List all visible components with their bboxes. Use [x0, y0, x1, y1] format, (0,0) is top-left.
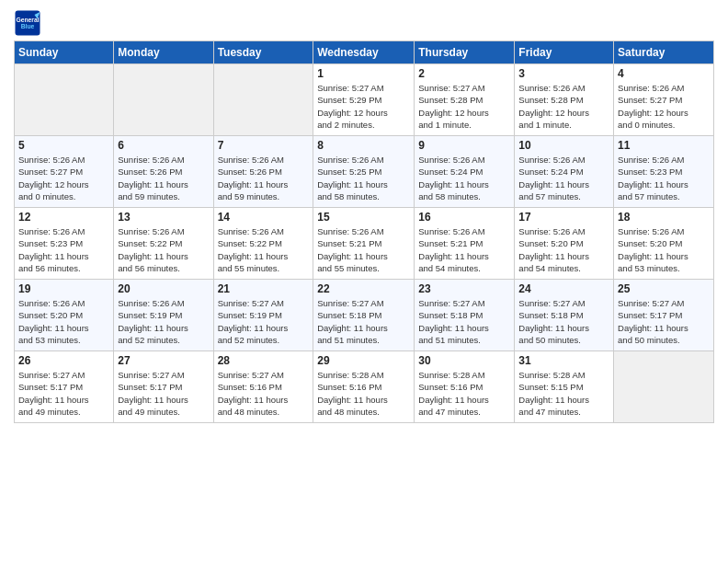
week-row-1: 1Sunrise: 5:27 AM Sunset: 5:29 PM Daylig…	[15, 64, 714, 136]
calendar-cell: 11Sunrise: 5:26 AM Sunset: 5:23 PM Dayli…	[614, 136, 714, 208]
day-info: Sunrise: 5:26 AM Sunset: 5:26 PM Dayligh…	[118, 154, 209, 202]
day-info: Sunrise: 5:27 AM Sunset: 5:18 PM Dayligh…	[418, 297, 510, 346]
day-info: Sunrise: 5:28 AM Sunset: 5:16 PM Dayligh…	[418, 369, 510, 418]
calendar-cell: 2Sunrise: 5:27 AM Sunset: 5:28 PM Daylig…	[415, 64, 515, 136]
day-number: 4	[618, 67, 710, 80]
calendar-cell	[213, 64, 313, 136]
calendar-cell: 8Sunrise: 5:26 AM Sunset: 5:25 PM Daylig…	[313, 136, 415, 208]
weekday-header-saturday: Saturday	[614, 41, 714, 64]
day-number: 30	[418, 354, 510, 367]
weekday-header-monday: Monday	[114, 41, 213, 64]
calendar-cell: 17Sunrise: 5:26 AM Sunset: 5:20 PM Dayli…	[515, 208, 614, 280]
page-container: General Blue SundayMondayTuesdayWednesda…	[0, 0, 728, 428]
day-info: Sunrise: 5:26 AM Sunset: 5:26 PM Dayligh…	[218, 154, 310, 202]
day-number: 31	[518, 354, 609, 367]
day-number: 7	[218, 139, 310, 152]
calendar-cell: 18Sunrise: 5:26 AM Sunset: 5:20 PM Dayli…	[614, 208, 714, 280]
day-number: 19	[18, 282, 109, 295]
weekday-header-wednesday: Wednesday	[313, 41, 415, 64]
day-number: 26	[18, 354, 109, 367]
calendar-cell: 21Sunrise: 5:27 AM Sunset: 5:19 PM Dayli…	[213, 280, 313, 351]
calendar-cell: 27Sunrise: 5:27 AM Sunset: 5:17 PM Dayli…	[114, 351, 213, 423]
day-info: Sunrise: 5:26 AM Sunset: 5:27 PM Dayligh…	[18, 154, 109, 202]
week-row-3: 12Sunrise: 5:26 AM Sunset: 5:23 PM Dayli…	[15, 208, 714, 280]
day-info: Sunrise: 5:27 AM Sunset: 5:17 PM Dayligh…	[18, 369, 109, 418]
calendar-cell: 7Sunrise: 5:26 AM Sunset: 5:26 PM Daylig…	[213, 136, 313, 208]
calendar-cell: 14Sunrise: 5:26 AM Sunset: 5:22 PM Dayli…	[213, 208, 313, 280]
weekday-header-sunday: Sunday	[15, 41, 114, 64]
day-info: Sunrise: 5:27 AM Sunset: 5:28 PM Dayligh…	[418, 82, 510, 131]
day-info: Sunrise: 5:26 AM Sunset: 5:25 PM Dayligh…	[317, 154, 410, 202]
day-number: 23	[418, 282, 510, 295]
day-info: Sunrise: 5:27 AM Sunset: 5:16 PM Dayligh…	[218, 369, 310, 418]
day-number: 2	[418, 67, 510, 80]
day-info: Sunrise: 5:26 AM Sunset: 5:24 PM Dayligh…	[418, 154, 510, 202]
day-info: Sunrise: 5:26 AM Sunset: 5:20 PM Dayligh…	[18, 297, 109, 346]
header: General Blue	[14, 9, 714, 37]
day-number: 29	[317, 354, 410, 367]
calendar-cell: 19Sunrise: 5:26 AM Sunset: 5:20 PM Dayli…	[15, 280, 114, 351]
day-info: Sunrise: 5:28 AM Sunset: 5:15 PM Dayligh…	[518, 369, 609, 418]
calendar-cell: 6Sunrise: 5:26 AM Sunset: 5:26 PM Daylig…	[114, 136, 213, 208]
logo-icon: General Blue	[14, 9, 41, 37]
day-info: Sunrise: 5:27 AM Sunset: 5:19 PM Dayligh…	[218, 297, 310, 346]
week-row-4: 19Sunrise: 5:26 AM Sunset: 5:20 PM Dayli…	[15, 280, 714, 351]
day-info: Sunrise: 5:26 AM Sunset: 5:27 PM Dayligh…	[618, 82, 710, 131]
day-info: Sunrise: 5:26 AM Sunset: 5:23 PM Dayligh…	[618, 154, 710, 202]
calendar-body: 1Sunrise: 5:27 AM Sunset: 5:29 PM Daylig…	[15, 64, 714, 423]
day-number: 5	[18, 139, 109, 152]
day-number: 25	[618, 282, 710, 295]
day-number: 18	[618, 211, 710, 224]
day-info: Sunrise: 5:26 AM Sunset: 5:22 PM Dayligh…	[118, 225, 209, 274]
calendar-cell: 30Sunrise: 5:28 AM Sunset: 5:16 PM Dayli…	[415, 351, 515, 423]
weekday-header-friday: Friday	[515, 41, 614, 64]
day-number: 21	[218, 282, 310, 295]
day-info: Sunrise: 5:26 AM Sunset: 5:19 PM Dayligh…	[118, 297, 209, 346]
day-info: Sunrise: 5:26 AM Sunset: 5:28 PM Dayligh…	[518, 82, 609, 131]
svg-text:Blue: Blue	[21, 23, 35, 29]
day-info: Sunrise: 5:26 AM Sunset: 5:24 PM Dayligh…	[518, 154, 609, 202]
weekday-header-thursday: Thursday	[415, 41, 515, 64]
calendar-cell: 10Sunrise: 5:26 AM Sunset: 5:24 PM Dayli…	[515, 136, 614, 208]
calendar-cell	[114, 64, 213, 136]
day-info: Sunrise: 5:28 AM Sunset: 5:16 PM Dayligh…	[317, 369, 410, 418]
day-number: 13	[118, 211, 209, 224]
day-number: 10	[518, 139, 609, 152]
day-number: 27	[118, 354, 209, 367]
calendar-cell	[15, 64, 114, 136]
day-number: 6	[118, 139, 209, 152]
calendar-cell: 4Sunrise: 5:26 AM Sunset: 5:27 PM Daylig…	[614, 64, 714, 136]
day-info: Sunrise: 5:26 AM Sunset: 5:20 PM Dayligh…	[618, 225, 710, 274]
day-info: Sunrise: 5:26 AM Sunset: 5:20 PM Dayligh…	[518, 225, 609, 274]
day-number: 3	[518, 67, 609, 80]
day-info: Sunrise: 5:26 AM Sunset: 5:21 PM Dayligh…	[418, 225, 510, 274]
calendar-cell: 25Sunrise: 5:27 AM Sunset: 5:17 PM Dayli…	[614, 280, 714, 351]
calendar-cell: 29Sunrise: 5:28 AM Sunset: 5:16 PM Dayli…	[313, 351, 415, 423]
calendar-cell: 24Sunrise: 5:27 AM Sunset: 5:18 PM Dayli…	[515, 280, 614, 351]
calendar-cell: 20Sunrise: 5:26 AM Sunset: 5:19 PM Dayli…	[114, 280, 213, 351]
weekday-header-tuesday: Tuesday	[213, 41, 313, 64]
calendar-table: SundayMondayTuesdayWednesdayThursdayFrid…	[14, 40, 714, 423]
calendar-cell: 1Sunrise: 5:27 AM Sunset: 5:29 PM Daylig…	[313, 64, 415, 136]
calendar-cell: 23Sunrise: 5:27 AM Sunset: 5:18 PM Dayli…	[415, 280, 515, 351]
day-number: 28	[218, 354, 310, 367]
day-info: Sunrise: 5:26 AM Sunset: 5:21 PM Dayligh…	[317, 225, 410, 274]
day-number: 9	[418, 139, 510, 152]
day-number: 20	[118, 282, 209, 295]
calendar-cell: 9Sunrise: 5:26 AM Sunset: 5:24 PM Daylig…	[415, 136, 515, 208]
header-row: SundayMondayTuesdayWednesdayThursdayFrid…	[15, 41, 714, 64]
calendar-cell	[614, 351, 714, 423]
calendar-cell: 26Sunrise: 5:27 AM Sunset: 5:17 PM Dayli…	[15, 351, 114, 423]
day-info: Sunrise: 5:26 AM Sunset: 5:23 PM Dayligh…	[18, 225, 109, 274]
calendar-cell: 22Sunrise: 5:27 AM Sunset: 5:18 PM Dayli…	[313, 280, 415, 351]
day-number: 1	[317, 67, 410, 80]
day-number: 14	[218, 211, 310, 224]
calendar-cell: 15Sunrise: 5:26 AM Sunset: 5:21 PM Dayli…	[313, 208, 415, 280]
calendar-cell: 16Sunrise: 5:26 AM Sunset: 5:21 PM Dayli…	[415, 208, 515, 280]
day-number: 8	[317, 139, 410, 152]
calendar-cell: 3Sunrise: 5:26 AM Sunset: 5:28 PM Daylig…	[515, 64, 614, 136]
day-number: 22	[317, 282, 410, 295]
day-number: 15	[317, 211, 410, 224]
calendar-cell: 31Sunrise: 5:28 AM Sunset: 5:15 PM Dayli…	[515, 351, 614, 423]
logo: General Blue	[14, 9, 41, 37]
